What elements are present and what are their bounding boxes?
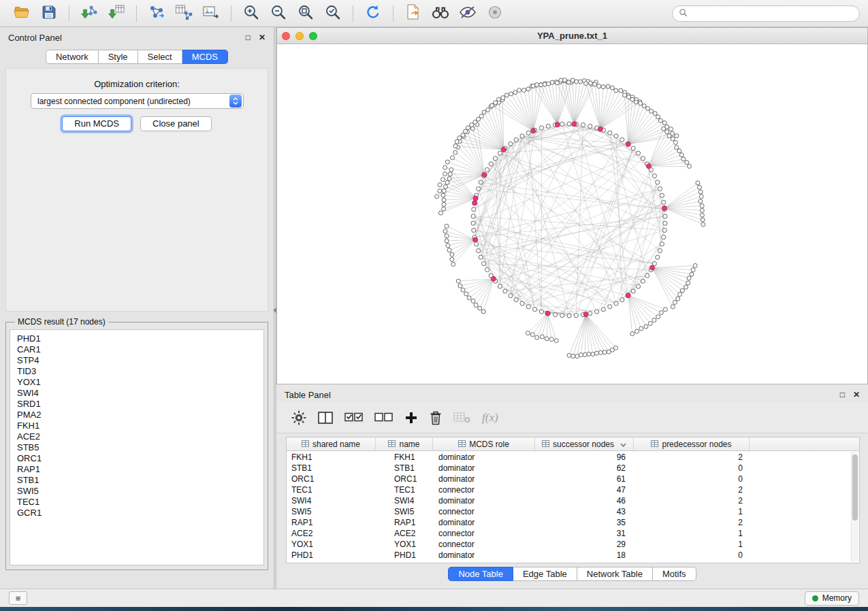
mcds-result-item[interactable]: TID3	[17, 366, 263, 377]
column-header-name[interactable]: name	[376, 437, 433, 450]
add-column-button[interactable]	[404, 411, 418, 425]
table-row[interactable]: YOX1YOX1connector291	[287, 539, 852, 550]
control-panel-tabbar: Network Style Select MCDS	[46, 50, 228, 64]
run-mcds-button[interactable]: Run MCDS	[62, 116, 131, 131]
zoom-in-button[interactable]	[238, 3, 265, 24]
table-row[interactable]: RAP1RAP1dominator352	[287, 517, 852, 528]
tab-mcds[interactable]: MCDS	[182, 50, 228, 64]
table-row[interactable]: SWI4SWI4dominator462	[287, 495, 852, 506]
import-network-button[interactable]	[76, 3, 103, 24]
deselect-all-button[interactable]	[374, 412, 393, 424]
folder-open-icon	[13, 3, 31, 24]
column-header-shared-name[interactable]: shared name	[287, 437, 376, 450]
close-panel-icon[interactable]: ✕	[853, 390, 860, 399]
criterion-dropdown[interactable]: largest connected component (undirected)	[31, 93, 244, 109]
table-settings-button[interactable]	[291, 410, 306, 425]
table-row[interactable]: ORC1ORC1dominator610	[287, 474, 852, 484]
mcds-result-item[interactable]: SRD1	[17, 399, 263, 410]
open-file-button[interactable]	[8, 3, 35, 24]
table-row[interactable]: FKH1FKH1dominator962	[287, 452, 852, 463]
table-row[interactable]: SWI5SWI5connector431	[287, 506, 852, 517]
column-header-successor-nodes[interactable]: successor nodes	[535, 437, 634, 450]
table-row[interactable]: STB1STB1dominator620	[287, 463, 852, 474]
mcds-result-list[interactable]: PHD1CAR1STP4TID3YOX1SWI4SRD1PMA2FKH1ACE2…	[10, 329, 264, 565]
mcds-result-item[interactable]: CAR1	[17, 344, 263, 355]
zoom-fit-button[interactable]	[292, 3, 319, 24]
table-cell: dominator	[433, 517, 535, 528]
table-row[interactable]: ACE2ACE2connector311	[287, 528, 852, 539]
search-box[interactable]	[672, 5, 860, 22]
export-image-button[interactable]	[197, 3, 225, 24]
select-all-button[interactable]	[344, 412, 363, 424]
column-header-predecessor-nodes[interactable]: predecessor nodes	[634, 437, 750, 450]
float-panel-icon[interactable]: □	[246, 33, 251, 42]
mcds-result-item[interactable]: SWI4	[17, 388, 263, 399]
mcds-result-item[interactable]: ORC1	[17, 453, 263, 464]
mcds-result-item[interactable]: PHD1	[17, 333, 263, 344]
share-document-button[interactable]	[400, 3, 427, 24]
delete-column-button[interactable]	[430, 410, 442, 425]
tab-node-table[interactable]: Node Table	[448, 567, 513, 581]
hide-graphics-button[interactable]	[454, 3, 481, 24]
save-session-button[interactable]	[35, 3, 63, 24]
table-cell: 1	[634, 528, 750, 539]
network-from-table-button[interactable]	[170, 3, 197, 24]
function-builder-button[interactable]: f(x)	[482, 411, 498, 425]
zoom-selected-button[interactable]	[319, 3, 347, 24]
mcds-result-item[interactable]: YOX1	[17, 377, 263, 388]
zoom-out-button[interactable]	[265, 3, 292, 24]
mcds-result-item[interactable]: STB1	[17, 475, 263, 486]
tab-motifs[interactable]: Motifs	[653, 567, 696, 581]
table-scrollbar[interactable]	[851, 452, 858, 562]
tab-style[interactable]: Style	[99, 50, 138, 64]
mcds-result-item[interactable]: ACE2	[17, 431, 263, 442]
network-graph[interactable]	[277, 44, 867, 384]
column-header-mcds-role[interactable]: MCDS role	[433, 437, 535, 450]
mcds-result-item[interactable]: GCR1	[17, 508, 263, 518]
search-input[interactable]	[692, 9, 853, 18]
mcds-result-item[interactable]: PMA2	[17, 410, 263, 420]
show-columns-button[interactable]	[318, 411, 333, 425]
import-table-button[interactable]	[103, 3, 130, 24]
mcds-result-item[interactable]: FKH1	[17, 420, 263, 431]
network-share-icon	[148, 3, 165, 24]
mcds-result-item[interactable]: STP4	[17, 355, 263, 366]
optimization-criterion-label: Optimization criterion:	[6, 79, 268, 89]
network-window: YPA_prune.txt_1	[276, 27, 868, 384]
float-panel-icon[interactable]: □	[840, 390, 845, 399]
tab-network-table[interactable]: Network Table	[577, 567, 653, 581]
table-panel-title: Table Panel	[285, 390, 331, 400]
table-cell: 29	[535, 539, 634, 550]
table-row[interactable]: TEC1TEC1connector472	[287, 484, 852, 495]
tab-select[interactable]: Select	[138, 50, 182, 64]
mcds-result-item[interactable]: TEC1	[17, 497, 263, 508]
network-titlebar[interactable]: YPA_prune.txt_1	[277, 28, 867, 44]
maximize-window-icon[interactable]	[309, 32, 317, 40]
delete-table-button[interactable]	[453, 412, 470, 424]
new-network-button[interactable]	[143, 3, 170, 24]
minimize-window-icon[interactable]	[295, 32, 304, 40]
refresh-button[interactable]	[359, 3, 387, 24]
network-canvas[interactable]	[277, 44, 867, 384]
table-cell-filler	[750, 550, 852, 561]
show-graphics-button[interactable]	[481, 3, 509, 24]
mcds-result-item[interactable]: STB5	[17, 442, 263, 453]
scrollbar-thumb[interactable]	[852, 455, 858, 521]
tab-network[interactable]: Network	[46, 50, 99, 64]
table-cell: TEC1	[287, 484, 376, 495]
table-row[interactable]: PHD1PHD1dominator180	[287, 550, 852, 561]
close-panel-button[interactable]: Close panel	[140, 116, 212, 131]
tab-edge-table[interactable]: Edge Table	[513, 567, 577, 581]
close-window-icon[interactable]	[282, 32, 290, 40]
close-panel-icon[interactable]: ✕	[259, 33, 266, 42]
table-panel: Table Panel □ ✕ f(x) shared name	[276, 384, 868, 589]
mcds-result-item[interactable]: SWI5	[17, 486, 263, 497]
binoculars-icon	[431, 4, 450, 23]
search-network-button[interactable]	[427, 3, 454, 24]
table-cell: ACE2	[287, 528, 376, 539]
eye-icon	[487, 5, 503, 22]
mcds-result-item[interactable]: RAP1	[17, 464, 263, 475]
memory-button[interactable]: Memory	[805, 591, 859, 606]
chevron-down-icon[interactable]	[620, 440, 626, 449]
status-menu-button[interactable]: ≡	[9, 591, 27, 605]
